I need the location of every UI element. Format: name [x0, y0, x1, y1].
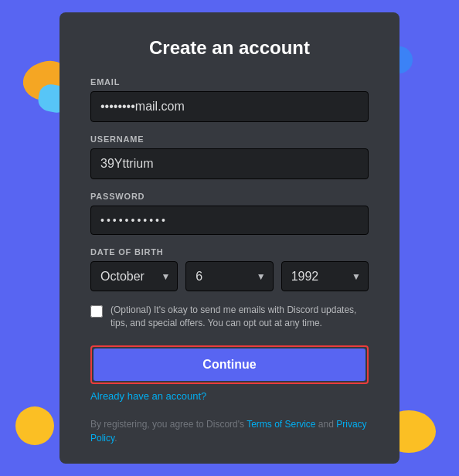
day-select-wrapper: 12345 678910 1112131415 1617181920 21222…: [185, 261, 273, 291]
tos-prefix: By registering, you agree to Discord's: [90, 419, 246, 430]
email-opt-in-checkbox[interactable]: [90, 305, 103, 318]
tos-text: By registering, you agree to Discord's T…: [90, 417, 369, 445]
email-label: EMAIL: [90, 77, 369, 87]
month-field: January February March April May June Ju…: [90, 261, 178, 291]
year-select-wrapper: 1992 1991 1990 1993 1994 1995 2000 2005 …: [281, 261, 369, 291]
bg-decoration-3: [15, 406, 54, 445]
email-field-group: EMAIL: [90, 77, 369, 122]
registration-modal: Create an account EMAIL USERNAME PASSWOR…: [60, 12, 400, 464]
continue-button-wrapper: Continue: [90, 345, 369, 384]
tos-link[interactable]: Terms of Service: [246, 419, 315, 430]
dob-label: DATE OF BIRTH: [90, 247, 369, 257]
email-opt-in-label: (Optional) It's okay to send me emails w…: [110, 304, 369, 330]
dob-field-group: DATE OF BIRTH January February March Apr…: [90, 247, 369, 291]
dob-selects-row: January February March April May June Ju…: [90, 261, 369, 291]
year-field: 1992 1991 1990 1993 1994 1995 2000 2005 …: [281, 261, 369, 291]
modal-title: Create an account: [90, 37, 369, 59]
day-field: 12345 678910 1112131415 1617181920 21222…: [185, 261, 273, 291]
username-label: USERNAME: [90, 134, 369, 144]
email-opt-in-row: (Optional) It's okay to send me emails w…: [90, 304, 369, 330]
email-input[interactable]: [90, 91, 369, 122]
continue-button[interactable]: Continue: [94, 348, 366, 381]
month-select-wrapper: January February March April May June Ju…: [90, 261, 178, 291]
month-select[interactable]: January February March April May June Ju…: [90, 261, 178, 291]
password-field-group: PASSWORD: [90, 192, 369, 235]
password-input[interactable]: [90, 206, 369, 235]
day-select[interactable]: 12345 678910 1112131415 1617181920 21222…: [185, 261, 273, 291]
username-input[interactable]: [90, 148, 369, 179]
username-field-group: USERNAME: [90, 134, 369, 179]
password-label: PASSWORD: [90, 192, 369, 201]
tos-connector: and: [316, 419, 337, 430]
tos-suffix: .: [114, 433, 117, 444]
year-select[interactable]: 1992 1991 1990 1993 1994 1995 2000 2005: [281, 261, 369, 291]
login-link[interactable]: Already have an account?: [90, 390, 369, 402]
